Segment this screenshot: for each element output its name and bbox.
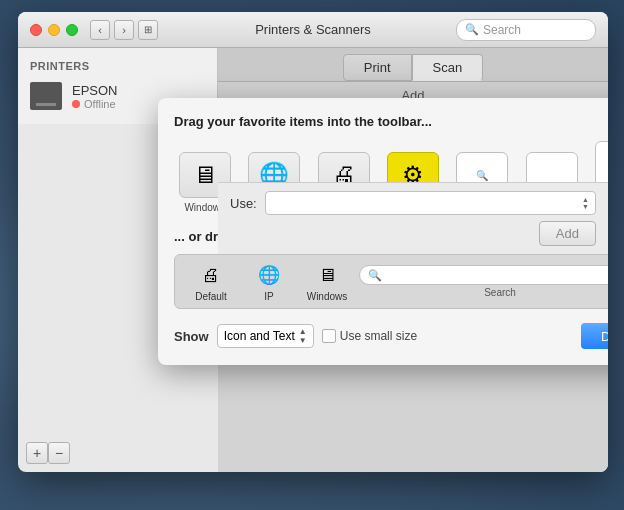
def-search-label: Search <box>484 287 516 298</box>
remove-printer-button[interactable]: − <box>48 442 70 464</box>
printer-name: EPSON <box>72 83 205 98</box>
use-select-arrows: ▲ ▼ <box>582 196 589 210</box>
sidebar-header: Printers <box>18 56 217 76</box>
main-window: ‹ › ⊞ Printers & Scanners 🔍 Search Print… <box>18 12 608 472</box>
def-ip-icon: 🌐 <box>253 261 285 289</box>
minimize-button[interactable] <box>48 24 60 36</box>
def-search-icon: 🔍 <box>368 269 382 282</box>
def-default: 🖨 Default <box>185 261 237 302</box>
show-label: Show <box>174 329 209 344</box>
use-chevron-up: ▲ <box>582 196 589 203</box>
grid-button[interactable]: ⊞ <box>138 20 158 40</box>
traffic-lights <box>30 24 78 36</box>
use-row: Use: ▲ ▼ <box>230 191 596 215</box>
def-default-label: Default <box>195 291 227 302</box>
use-label: Use: <box>230 196 257 211</box>
def-search-box: 🔍 <box>359 265 608 285</box>
done-button[interactable]: Done <box>581 323 608 349</box>
flex-space-item-icon: ↔ <box>595 141 608 187</box>
printer-status-text: Offline <box>84 98 116 110</box>
add-printer-button[interactable]: + <box>26 442 48 464</box>
window-title: Printers & Scanners <box>255 22 371 37</box>
chevron-down-icon: ▼ <box>299 336 307 345</box>
title-search-icon: 🔍 <box>465 23 479 36</box>
title-bar: ‹ › ⊞ Printers & Scanners 🔍 Search <box>18 12 608 48</box>
title-search-bar[interactable]: 🔍 Search <box>456 19 596 41</box>
use-small-size-row: Use small size <box>322 329 417 343</box>
use-select-box[interactable]: ▲ ▼ <box>265 191 596 215</box>
maximize-button[interactable] <box>66 24 78 36</box>
def-windows: 🖥 Windows <box>301 261 353 302</box>
dialog-overlay: Drag your favorite items into the toolba… <box>218 48 608 472</box>
use-small-size-checkbox[interactable] <box>322 329 336 343</box>
def-windows-icon: 🖥 <box>311 261 343 289</box>
use-chevron-down: ▼ <box>582 203 589 210</box>
def-windows-label: Windows <box>307 291 348 302</box>
def-default-icon: 🖨 <box>195 261 227 289</box>
content-area: Printers EPSON Offline + − <box>18 48 608 472</box>
forward-button[interactable]: › <box>114 20 134 40</box>
nav-buttons: ‹ › ⊞ <box>90 20 158 40</box>
printer-icon <box>30 82 62 110</box>
chevron-up-icon: ▲ <box>299 327 307 336</box>
back-button[interactable]: ‹ <box>90 20 110 40</box>
close-button[interactable] <box>30 24 42 36</box>
status-dot <box>72 100 80 108</box>
def-search: 🔍 Search <box>359 265 608 298</box>
def-ip-label: IP <box>264 291 273 302</box>
use-small-size-label: Use small size <box>340 329 417 343</box>
show-select-value: Icon and Text <box>224 329 295 343</box>
use-add-section: Use: ▲ ▼ Add <box>218 182 608 254</box>
dialog-drag-title: Drag your favorite items into the toolba… <box>174 114 608 129</box>
add-button[interactable]: Add <box>539 221 596 246</box>
show-select[interactable]: Icon and Text ▲ ▼ <box>217 324 314 348</box>
show-row: Show Icon and Text ▲ ▼ Use small size <box>174 323 608 349</box>
main-panel: Print Scan Add 🖨 Default 🌐 IP 🖥 <box>218 48 608 472</box>
show-select-arrows: ▲ ▼ <box>299 327 307 345</box>
title-search-placeholder: Search <box>483 23 521 37</box>
def-ip: 🌐 IP <box>243 261 295 302</box>
default-toolbar: 🖨 Default 🌐 IP 🖥 Windows <box>174 254 608 309</box>
sidebar-bottom-buttons: + − <box>26 442 70 464</box>
